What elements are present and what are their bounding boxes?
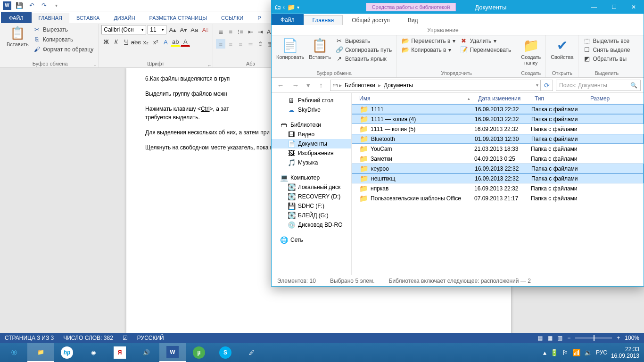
- taskbar-hp[interactable]: hp: [54, 343, 80, 362]
- forward-button[interactable]: →: [289, 79, 302, 91]
- taskbar-chrome[interactable]: ◉: [80, 343, 107, 362]
- superscript-button[interactable]: x²: [151, 37, 160, 47]
- print-layout-button[interactable]: ▦: [547, 335, 553, 341]
- redo-icon[interactable]: ↷: [40, 1, 48, 10]
- new-folder-button[interactable]: 📁Создать папку: [520, 37, 542, 66]
- explorer-titlebar[interactable]: 🗂 ▫ 📁 ▾ Средства работы с библиотекой До…: [272, 0, 644, 14]
- italic-button[interactable]: К: [111, 37, 121, 47]
- decrease-font-button[interactable]: A▾: [179, 25, 188, 34]
- back-button[interactable]: ←: [274, 79, 287, 91]
- tab-design[interactable]: ДИЗАЙН: [107, 13, 142, 23]
- copy-path-button[interactable]: 🔗Скопировать путь: [335, 46, 393, 54]
- action-center-icon[interactable]: 🏳: [562, 349, 569, 356]
- breadcrumb-documents[interactable]: Документы: [382, 82, 415, 89]
- chevron-down-icon[interactable]: ▾: [536, 82, 538, 88]
- qat-dropdown-icon[interactable]: ▾: [297, 5, 299, 10]
- close-button[interactable]: ✕: [624, 0, 644, 14]
- file-row[interactable]: 📁нпркав16.09.2013 22:32Папка с файлами: [352, 183, 644, 193]
- tree-network[interactable]: 🌐Сеть: [272, 235, 351, 245]
- paste-shortcut-button[interactable]: ↗Вставить ярлык: [335, 55, 393, 63]
- bullets-button[interactable]: ≣: [216, 27, 225, 36]
- text-effects-button[interactable]: A: [161, 37, 170, 47]
- tree-music[interactable]: 🎵Музыка: [272, 158, 351, 167]
- zoom-slider[interactable]: [575, 337, 612, 339]
- strike-button[interactable]: abc: [131, 37, 140, 47]
- file-row[interactable]: 📁1111 — копия (4)16.09.2013 22:32Папка с…: [352, 114, 644, 124]
- select-all-button[interactable]: ⬚Выделить все: [582, 37, 631, 45]
- taskbar-ie[interactable]: ⓔ: [1, 343, 27, 362]
- taskbar-skype[interactable]: S: [212, 343, 239, 362]
- subscript-button[interactable]: x₂: [141, 37, 150, 47]
- word-count[interactable]: ЧИСЛО СЛОВ: 382: [63, 335, 113, 341]
- tab-manage[interactable]: Управление: [413, 27, 473, 33]
- bold-button[interactable]: Ж: [101, 37, 111, 47]
- font-name-dropdown[interactable]: Calibri (Осн▾: [101, 25, 146, 34]
- underline-button[interactable]: Ч: [121, 37, 131, 47]
- tree-video[interactable]: 🎞Видео: [272, 130, 351, 139]
- invert-selection-button[interactable]: ◩Обратить вы: [582, 55, 631, 63]
- tab-home[interactable]: ГЛАВНАЯ: [32, 13, 69, 23]
- change-case-button[interactable]: Aa: [190, 25, 199, 34]
- select-none-button[interactable]: ☐Снять выделе: [582, 46, 631, 54]
- col-size[interactable]: Размер: [586, 95, 644, 102]
- taskbar-app[interactable]: 🖊: [239, 343, 265, 362]
- breadcrumb-libraries[interactable]: Библиотеки: [343, 82, 377, 89]
- zoom-in-button[interactable]: +: [617, 335, 620, 341]
- tree-sdhc[interactable]: 💾SDHC (F:): [272, 201, 351, 211]
- wifi-icon[interactable]: 📶: [572, 349, 580, 356]
- paste-button[interactable]: 📋Вставить: [308, 37, 332, 61]
- volume-icon[interactable]: 🔉: [584, 349, 592, 356]
- delete-button[interactable]: ✖Удалить▾: [459, 37, 512, 45]
- up-button[interactable]: ↑: [315, 79, 327, 91]
- copy-button[interactable]: ⎘Копировать: [32, 35, 96, 44]
- rename-button[interactable]: 📝Переименовать: [459, 46, 512, 54]
- tree-local-disk[interactable]: 💽Локальный диск: [272, 182, 351, 192]
- paste-button[interactable]: 📋 Вставить: [5, 25, 31, 60]
- tab-share[interactable]: Общий доступ: [343, 15, 399, 25]
- tree-desktop[interactable]: 🖥Рабочий стол: [272, 96, 351, 105]
- format-painter-button[interactable]: 🖌Формат по образцу: [32, 45, 96, 54]
- clock[interactable]: 22:33 16.09.2013: [611, 346, 639, 360]
- proofing-icon[interactable]: ☑: [123, 335, 128, 341]
- indent-left-button[interactable]: ⇤: [246, 27, 255, 36]
- tab-home[interactable]: Главная: [304, 15, 343, 25]
- tab-file[interactable]: ФАЙЛ: [1, 12, 32, 23]
- properties-button[interactable]: ✔Свойства: [550, 37, 574, 61]
- tab-more[interactable]: Р: [250, 13, 268, 23]
- language[interactable]: РУССКИЙ: [137, 335, 164, 341]
- col-name[interactable]: Имя▴: [352, 95, 474, 102]
- tree-libraries[interactable]: 🗃Библиотеки: [272, 120, 351, 130]
- save-icon[interactable]: 💾: [15, 1, 24, 10]
- font-size-dropdown[interactable]: 11▾: [148, 25, 166, 34]
- folder-tree[interactable]: 🖥Рабочий стол ☁SkyDrive 🗃Библиотеки 🎞Вид…: [272, 93, 352, 275]
- show-hidden-icons[interactable]: ▴: [543, 349, 546, 356]
- align-center-button[interactable]: ≡: [226, 39, 235, 49]
- file-row[interactable]: 📁YouCam21.03.2013 18:33Папка с файлами: [352, 144, 644, 154]
- indent-right-button[interactable]: ⇥: [256, 27, 265, 36]
- file-row[interactable]: 📁Bluetooth01.09.2013 12:30Папка с файлам…: [352, 134, 644, 144]
- minimize-button[interactable]: —: [584, 0, 604, 14]
- page-number[interactable]: СТРАНИЦА 3 ИЗ 3: [5, 335, 54, 341]
- file-row[interactable]: 📁Пользовательские шаблоны Office07.09.20…: [352, 193, 644, 203]
- move-to-button[interactable]: 📂Переместить в▾: [401, 37, 456, 45]
- cut-button[interactable]: ✂Вырезать: [335, 37, 393, 45]
- tree-bdrom[interactable]: 💿Дисковод BD-RO: [272, 220, 351, 230]
- tree-recovery[interactable]: 💽RECOVERY (D:): [272, 192, 351, 201]
- file-row[interactable]: 📁кеуроо16.09.2013 22:32Папка с файлами: [352, 164, 644, 173]
- maximize-button[interactable]: ☐: [604, 0, 624, 14]
- tab-references[interactable]: ССЫЛКИ: [214, 13, 250, 23]
- highlight-button[interactable]: ab: [171, 37, 180, 47]
- tab-view[interactable]: Вид: [399, 15, 427, 25]
- refresh-button[interactable]: ⟳: [541, 80, 553, 91]
- align-left-button[interactable]: ≡: [216, 39, 225, 49]
- col-date[interactable]: Дата изменения: [474, 95, 531, 102]
- web-layout-button[interactable]: ▥: [557, 335, 562, 341]
- file-row[interactable]: 📁111116.09.2013 22:32Папка с файлами: [352, 104, 644, 114]
- tab-file[interactable]: Файл: [272, 14, 304, 25]
- multilevel-button[interactable]: ⁝≡: [236, 27, 245, 36]
- read-mode-button[interactable]: ▤: [537, 335, 543, 341]
- taskbar-explorer[interactable]: 📁: [27, 343, 54, 362]
- qat-dropdown-icon[interactable]: ▾: [52, 1, 60, 10]
- tab-layout[interactable]: РАЗМЕТКА СТРАНИЦЫ: [142, 13, 214, 23]
- history-dropdown[interactable]: ▾: [305, 79, 312, 91]
